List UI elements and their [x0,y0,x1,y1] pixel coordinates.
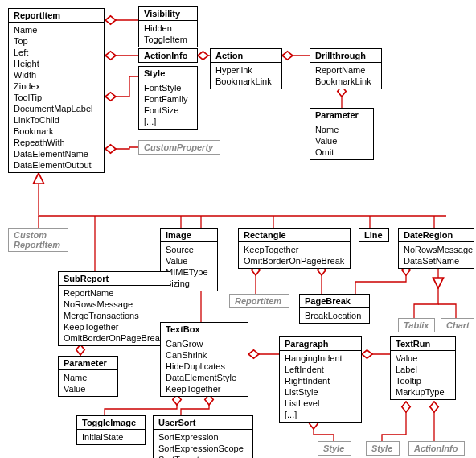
class-action-info: ActionInfo [138,48,198,63]
class-page-break: PageBreak BreakLocation [299,294,370,324]
class-drillthrough: Drillthrough ReportName BookmarkLink [310,48,382,89]
class-tablix: Tablix [398,318,435,332]
class-text-run: TextRun Value Label Tooltip MarkupType [390,336,456,400]
class-user-sort: UserSort SortExpression SortExpressionSc… [153,415,253,458]
class-text-box: TextBox CanGrow CanShrink HideDuplicates… [160,322,248,397]
class-action: Action Hyperlink BookmarkLink [210,48,282,89]
class-line: Line [359,228,389,242]
class-parameter-2: Parameter Name Value [58,356,118,397]
class-report-item-ref: ReportItem [229,294,289,308]
class-title: ReportItem [9,9,104,22]
class-chart: Chart [441,318,474,332]
class-action-info-ref: ActionInfo [408,441,465,456]
class-custom-report-item: Custom ReportItem [8,228,68,252]
class-props: Name Top Left Height Width Zindex ToolTi… [9,22,104,172]
class-style-ref-paragraph: Style [318,441,351,456]
class-style: Style FontStyle FontFamily FontSize [...… [138,66,198,130]
class-style-ref-textrun: Style [366,441,400,456]
class-paragraph: Paragraph HangingIndent LeftIndent Right… [279,336,362,423]
class-date-region: DateRegion NoRowsMessage DataSetName [398,228,474,269]
class-parameter: Parameter Name Value Omit [310,108,374,160]
class-rectangle: Rectangle KeepTogether OmitBorderOnPageB… [238,228,351,269]
class-toggle-image: ToggleImage InitialState [76,415,146,445]
class-sub-report: SubReport ReportName NoRowsMessage Merge… [58,271,170,346]
class-custom-property: CustomProperty [138,140,220,155]
class-report-item: ReportItem Name Top Left Height Width Zi… [8,8,105,173]
class-visibility: Visibility Hidden ToggleItem [138,6,198,47]
